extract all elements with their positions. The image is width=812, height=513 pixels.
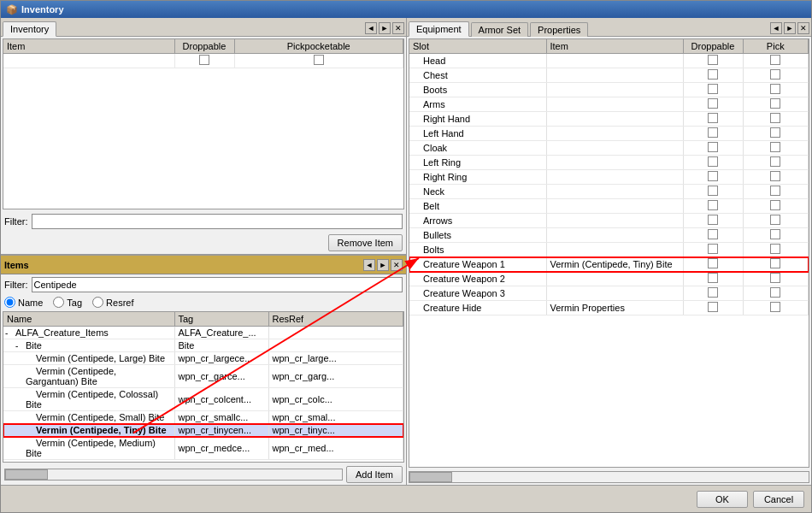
table-row[interactable]: Right Hand bbox=[409, 112, 809, 127]
pickpocketable-checkbox[interactable] bbox=[770, 142, 780, 152]
table-row[interactable]: Creature Weapon 2 bbox=[409, 272, 809, 286]
pickpocketable-checkbox[interactable] bbox=[770, 127, 780, 138]
list-item[interactable]: -ALFA_Creature_ItemsALFA_Creature_... bbox=[3, 327, 403, 339]
table-row[interactable]: Bullets bbox=[409, 228, 809, 243]
pickpocketable-checkbox[interactable] bbox=[770, 200, 780, 210]
list-item[interactable]: Vermin (Centipede, Gargantuan) Bitewpn_c… bbox=[3, 365, 403, 388]
droppable-checkbox[interactable] bbox=[708, 287, 718, 298]
equip-item: Vermin (Centipede, Tiny) Bite bbox=[546, 257, 683, 272]
table-row[interactable]: Creature Weapon 3 bbox=[409, 286, 809, 301]
add-item-button[interactable]: Add Item bbox=[346, 466, 403, 483]
droppable-checkbox[interactable] bbox=[708, 84, 718, 94]
radio-tag[interactable]: Tag bbox=[53, 297, 82, 308]
equip-droppable bbox=[683, 112, 743, 127]
pickpocketable-checkbox[interactable] bbox=[770, 113, 780, 123]
table-row[interactable]: Right Ring bbox=[409, 170, 809, 185]
items-filter-label: Filter: bbox=[4, 280, 28, 290]
tab-armorset[interactable]: Armor Set bbox=[471, 22, 529, 37]
pickpocketable-checkbox[interactable] bbox=[770, 287, 780, 298]
equip-pickpocketable bbox=[743, 112, 809, 127]
pickpocketable-checkbox[interactable] bbox=[770, 98, 780, 109]
droppable-checkbox[interactable] bbox=[708, 186, 718, 196]
items-nav-left[interactable]: ◄ bbox=[363, 259, 375, 271]
pickpocketable-checkbox[interactable] bbox=[770, 171, 780, 181]
cancel-button[interactable]: Cancel bbox=[753, 491, 804, 508]
pickpocketable-checkbox[interactable] bbox=[770, 156, 780, 167]
radio-resref[interactable]: Resref bbox=[92, 297, 133, 308]
table-row[interactable]: Arrows bbox=[409, 214, 809, 228]
pickpocketable-checkbox[interactable] bbox=[314, 55, 324, 65]
droppable-checkbox[interactable] bbox=[199, 55, 209, 65]
items-close[interactable]: ✕ bbox=[391, 259, 403, 271]
pickpocketable-checkbox[interactable] bbox=[770, 302, 780, 312]
table-row[interactable]: Left Ring bbox=[409, 156, 809, 170]
items-nav-right[interactable]: ► bbox=[377, 259, 389, 271]
droppable-checkbox[interactable] bbox=[708, 55, 718, 65]
items-table[interactable]: Name Tag ResRef -ALFA_Creature_ItemsALFA… bbox=[3, 311, 404, 463]
droppable-checkbox[interactable] bbox=[708, 200, 718, 210]
nav-right-btn[interactable]: ► bbox=[379, 22, 391, 34]
droppable-checkbox[interactable] bbox=[708, 156, 718, 167]
remove-item-button[interactable]: Remove Item bbox=[328, 234, 403, 251]
table-row[interactable]: Neck bbox=[409, 185, 809, 199]
tab-inventory[interactable]: Inventory bbox=[3, 21, 56, 37]
table-row[interactable]: Chest bbox=[409, 68, 809, 83]
pickpocketable-checkbox[interactable] bbox=[770, 55, 780, 65]
list-item[interactable]: Vermin (Centipede, Large) Bitewpn_cr_lar… bbox=[3, 352, 403, 365]
equip-close[interactable]: ✕ bbox=[797, 22, 809, 34]
droppable-checkbox[interactable] bbox=[708, 142, 718, 152]
equip-hscroll[interactable] bbox=[409, 471, 809, 483]
pickpocketable-checkbox[interactable] bbox=[770, 186, 780, 196]
pickpocketable-checkbox[interactable] bbox=[770, 84, 780, 94]
droppable-checkbox[interactable] bbox=[708, 273, 718, 283]
droppable-checkbox[interactable] bbox=[708, 215, 718, 225]
close-left-btn[interactable]: ✕ bbox=[392, 22, 404, 34]
table-row[interactable]: Cloak bbox=[409, 141, 809, 156]
inventory-table[interactable]: Item Droppable Pickpocketable bbox=[3, 38, 404, 209]
table-row[interactable]: Creature Weapon 1Vermin (Centipede, Tiny… bbox=[409, 257, 809, 272]
nav-left-btn[interactable]: ◄ bbox=[365, 22, 377, 34]
table-row[interactable]: Left Hand bbox=[409, 127, 809, 141]
pickpocketable-checkbox[interactable] bbox=[770, 215, 780, 225]
items-filter-input[interactable] bbox=[32, 277, 403, 292]
droppable-checkbox[interactable] bbox=[708, 127, 718, 138]
filter-input[interactable] bbox=[32, 214, 403, 229]
pickpocketable-checkbox[interactable] bbox=[770, 69, 780, 80]
table-row[interactable]: Creature HideVermin Properties bbox=[409, 301, 809, 315]
tab-properties[interactable]: Properties bbox=[530, 22, 588, 37]
equip-nav-left[interactable]: ◄ bbox=[770, 22, 782, 34]
table-row[interactable]: Boots bbox=[409, 83, 809, 97]
items-hscroll[interactable] bbox=[4, 469, 343, 481]
droppable-checkbox[interactable] bbox=[708, 113, 718, 123]
pickpocketable-checkbox[interactable] bbox=[770, 273, 780, 283]
pickpocketable-checkbox[interactable] bbox=[770, 244, 780, 254]
list-item[interactable]: -BiteBite bbox=[3, 339, 403, 352]
droppable-checkbox[interactable] bbox=[708, 69, 718, 80]
tree-expander[interactable]: - bbox=[15, 341, 26, 351]
tab-equipment[interactable]: Equipment bbox=[409, 21, 469, 37]
droppable-checkbox[interactable] bbox=[708, 171, 718, 181]
droppable-checkbox[interactable] bbox=[708, 98, 718, 109]
droppable-checkbox[interactable] bbox=[708, 302, 718, 312]
list-item[interactable]: Vermin (Centipede, Tiny) Bitewpn_cr_tiny… bbox=[3, 424, 403, 437]
droppable-checkbox[interactable] bbox=[708, 258, 718, 268]
pickpocketable-checkbox[interactable] bbox=[770, 229, 780, 239]
table-row[interactable]: Bolts bbox=[409, 243, 809, 257]
droppable-checkbox[interactable] bbox=[708, 244, 718, 254]
pickpocketable-checkbox[interactable] bbox=[770, 258, 780, 268]
radio-name[interactable]: Name bbox=[4, 297, 43, 308]
equip-nav-right[interactable]: ► bbox=[784, 22, 796, 34]
table-row[interactable]: Arms bbox=[409, 97, 809, 112]
table-row[interactable]: Belt bbox=[409, 199, 809, 214]
table-row[interactable]: Head bbox=[409, 54, 809, 68]
tree-expander[interactable]: - bbox=[5, 328, 15, 338]
item-tag: wpn_cr_largece... bbox=[174, 352, 268, 365]
list-item[interactable]: Vermin (Centipede, Medium) Bitewpn_cr_me… bbox=[3, 437, 403, 460]
list-item[interactable]: Vermin (Centipede, Small) Bitewpn_cr_sma… bbox=[3, 411, 403, 424]
tab-controls-right: ◄ ► ✕ bbox=[770, 22, 809, 36]
ok-button[interactable]: OK bbox=[697, 491, 748, 508]
droppable-checkbox[interactable] bbox=[708, 229, 718, 239]
list-item[interactable]: Vermin (Centipede, Colossal) Bitewpn_cr_… bbox=[3, 388, 403, 411]
equipment-table[interactable]: Slot Item Droppable Pick HeadChestBootsA… bbox=[409, 38, 809, 468]
tab-controls-left: ◄ ► ✕ bbox=[365, 22, 404, 36]
